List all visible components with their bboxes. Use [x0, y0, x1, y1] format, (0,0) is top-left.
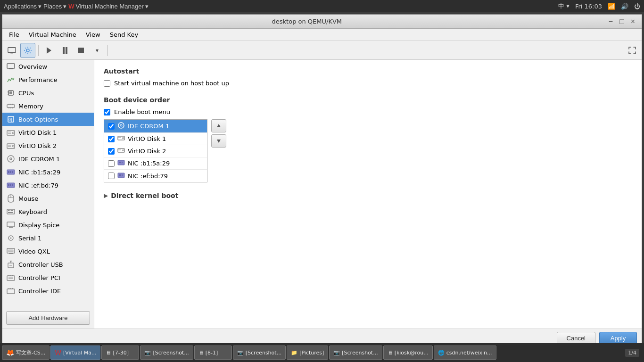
taskbar-item-1[interactable]: W [Virtual Ma... — [50, 346, 100, 350]
sidebar-label-display-spice: Display Spice — [18, 222, 59, 229]
toolbar-pause-btn[interactable] — [58, 43, 73, 58]
boot-device-vdisk2-checkbox[interactable] — [108, 148, 115, 155]
cancel-button[interactable]: Cancel — [557, 332, 595, 345]
nic-b1-icon — [6, 167, 16, 177]
svg-rect-17 — [7, 105, 15, 107]
sidebar-item-overview[interactable]: Overview — [2, 60, 94, 73]
menu-view[interactable]: View — [81, 30, 105, 39]
boot-device-item-vdisk2[interactable]: VirtIO Disk 2 — [104, 145, 207, 157]
input-method[interactable]: 中 ▾ — [558, 2, 570, 10]
move-up-button[interactable] — [211, 119, 226, 132]
apply-button[interactable]: Apply — [599, 332, 637, 345]
sidebar-item-mouse[interactable]: Mouse — [2, 192, 94, 205]
add-hardware-button[interactable]: Add Hardware — [6, 311, 90, 325]
toolbar-more-btn[interactable]: ▾ — [90, 43, 105, 58]
toolbar-run-btn[interactable] — [41, 43, 57, 58]
usb-icon — [6, 260, 16, 269]
serial-icon — [6, 233, 16, 243]
sidebar-item-serial-1[interactable]: Serial 1 — [2, 231, 94, 245]
toolbar-stop-btn[interactable] — [74, 43, 89, 58]
boot-device-vdisk1-checkbox[interactable] — [108, 136, 115, 142]
sidebar-item-memory[interactable]: Memory — [2, 99, 94, 113]
boot-device-nic-ef-checkbox[interactable] — [108, 173, 115, 179]
menu-send-key[interactable]: Send Key — [105, 30, 143, 39]
toolbar: ▾ — [2, 41, 642, 60]
toolbar-settings-btn[interactable] — [20, 43, 35, 58]
taskbar-item-5[interactable]: 📷 [Screenshot... — [233, 346, 286, 350]
sidebar-item-keyboard[interactable]: Keyboard — [2, 205, 94, 218]
svg-text:0|: 0| — [8, 118, 12, 122]
toolbar-sep-1 — [38, 45, 39, 56]
taskbar-label-4: [8-1] — [206, 350, 218, 350]
sidebar-item-controller-ide[interactable]: Controller IDE — [2, 284, 94, 297]
taskbar-item-4[interactable]: 🖥 [8-1] — [194, 346, 232, 350]
sidebar-label-virtio-disk-1: VirtIO Disk 1 — [18, 129, 57, 136]
taskbar-pager[interactable]: 1/4 — [625, 349, 639, 350]
toolbar-display-btn[interactable] — [4, 43, 19, 58]
svg-rect-87 — [120, 174, 121, 176]
wifi-icon[interactable]: 📶 — [608, 3, 615, 10]
svg-rect-84 — [122, 162, 123, 163]
boot-device-item-vdisk1[interactable]: VirtIO Disk 1 — [104, 133, 207, 145]
menu-virtual-machine[interactable]: Virtual Machine — [24, 30, 81, 39]
volume-icon[interactable]: 🔊 — [621, 3, 628, 10]
enable-boot-menu-checkbox[interactable] — [104, 109, 110, 115]
boot-device-item-cdrom1[interactable]: IDE CDROM 1 — [104, 120, 207, 133]
taskbar-item-6[interactable]: 📁 [Pictures] — [287, 346, 328, 350]
taskbar-item-3[interactable]: 📷 [Screenshot... — [140, 346, 193, 350]
boot-device-item-nic-ef[interactable]: NIC :ef:bd:79 — [104, 170, 207, 182]
sidebar-item-cpus[interactable]: CPUs — [2, 86, 94, 99]
sidebar-label-ide-cdrom-1: IDE CDROM 1 — [18, 156, 60, 163]
arrow-buttons — [211, 119, 226, 148]
sidebar: Overview Performance — [2, 60, 94, 307]
direct-kernel-boot-section[interactable]: ▶ Direct kernel boot — [104, 192, 632, 199]
vmm-menu[interactable]: W Virtual Machine Manager ▾ — [68, 3, 149, 10]
taskbar-item-7[interactable]: 📷 [Screenshot... — [329, 346, 382, 350]
boot-device-cdrom1-checkbox[interactable] — [108, 123, 115, 130]
svg-rect-6 — [78, 48, 84, 53]
svg-rect-21 — [8, 107, 9, 108]
sidebar-item-display-spice[interactable]: Display Spice — [2, 218, 94, 231]
applications-menu[interactable]: Applications ▾ — [4, 3, 41, 10]
cpu-icon — [6, 88, 16, 98]
svg-point-34 — [8, 156, 14, 162]
performance-icon — [6, 75, 16, 84]
svg-rect-64 — [8, 275, 9, 276]
sidebar-label-boot-options: Boot Options — [18, 116, 58, 123]
terminal-icon-4: 🖥 — [198, 350, 204, 350]
power-icon[interactable]: ⏻ — [634, 3, 640, 10]
autostart-checkbox[interactable] — [104, 80, 110, 87]
sidebar-item-controller-usb[interactable]: Controller USB — [2, 258, 94, 271]
virtio-disk1-icon — [6, 128, 16, 137]
maximize-button[interactable]: □ — [618, 17, 626, 26]
minimize-button[interactable]: − — [607, 17, 615, 26]
sidebar-item-boot-options[interactable]: 0| Boot Options — [2, 113, 94, 126]
overview-icon — [6, 62, 16, 71]
boot-device-vdisk1-label: VirtIO Disk 1 — [128, 135, 166, 142]
sidebar-label-controller-pci: Controller PCI — [18, 274, 60, 281]
move-down-button[interactable] — [211, 134, 226, 148]
sidebar-item-nic-b1[interactable]: NIC :b1:5a:29 — [2, 165, 94, 179]
taskbar-item-8[interactable]: 🖥 [kiosk@rou... — [383, 346, 433, 350]
svg-point-74 — [120, 124, 122, 126]
places-menu[interactable]: Places ▾ — [43, 3, 66, 10]
boot-device-nic-b1-checkbox[interactable] — [108, 160, 115, 167]
sidebar-label-keyboard: Keyboard — [18, 208, 47, 215]
boot-device-item-nic-b1[interactable]: NIC :b1:5a:29 — [104, 157, 207, 170]
sidebar-item-virtio-disk-2[interactable]: VirtIO Disk 2 — [2, 139, 94, 152]
sidebar-item-controller-pci[interactable]: Controller PCI — [2, 271, 94, 284]
taskbar-item-0[interactable]: 🦊 写文章-CS... — [2, 346, 50, 350]
svg-rect-10 — [9, 91, 12, 94]
menu-bar: File Virtual Machine View Send Key — [2, 29, 642, 41]
sidebar-item-virtio-disk-1[interactable]: VirtIO Disk 1 — [2, 126, 94, 139]
toolbar-fullscreen-btn[interactable] — [625, 43, 640, 58]
sidebar-item-ide-cdrom-1[interactable]: IDE CDROM 1 — [2, 152, 94, 165]
close-button[interactable]: × — [629, 17, 637, 26]
taskbar-item-2[interactable]: 🖥 [7-30] — [101, 346, 139, 350]
menu-file[interactable]: File — [4, 30, 24, 39]
sidebar-item-performance[interactable]: Performance — [2, 73, 94, 86]
taskbar-item-9[interactable]: 🌐 csdn.net/weixin... — [434, 346, 496, 350]
screenshot-icon-3: 📷 — [144, 350, 151, 350]
sidebar-item-nic-ef[interactable]: NIC :ef:bd:79 — [2, 179, 94, 192]
sidebar-item-video-qxl[interactable]: Video QXL — [2, 245, 94, 258]
